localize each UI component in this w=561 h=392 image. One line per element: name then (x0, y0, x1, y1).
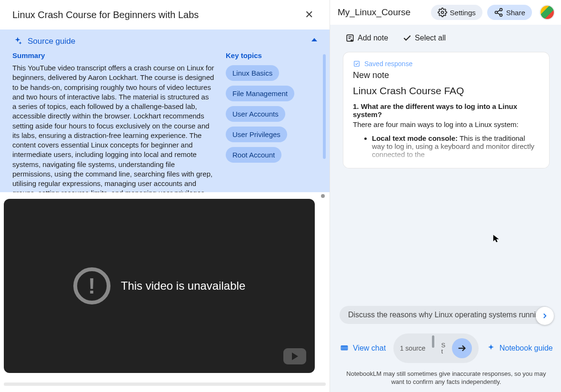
add-note-button[interactable]: Add note (345, 33, 388, 43)
right-panel: My_Linux_Course Settings Share Add note … (330, 0, 561, 392)
svg-point-2 (495, 11, 497, 14)
view-chat-label: View chat (353, 344, 386, 353)
suggestion-next-button[interactable] (536, 307, 554, 325)
saved-response-label: Saved response (364, 60, 412, 68)
svg-rect-14 (341, 349, 348, 349)
svg-rect-11 (354, 61, 360, 67)
add-note-icon (345, 33, 355, 43)
svg-point-3 (500, 14, 502, 16)
page-title: Linux Crash Course for Beginners with La… (12, 10, 199, 20)
svg-rect-12 (341, 345, 348, 350)
svg-rect-13 (341, 347, 348, 347)
source-count: 1 source (400, 344, 426, 352)
arrow-right-icon (457, 343, 467, 353)
cursor-icon (492, 234, 501, 243)
summary-text: This YouTube video transcript offers a c… (12, 63, 214, 192)
new-note-label: New note (353, 70, 540, 80)
source-guide-label: Source guide (28, 37, 75, 46)
topic-chip[interactable]: File Management (226, 86, 294, 101)
error-icon (73, 267, 110, 304)
summary-heading: Summary (12, 51, 214, 59)
avatar[interactable] (540, 5, 555, 20)
chevron-up-icon[interactable] (311, 38, 317, 41)
chat-icon (340, 343, 349, 353)
share-label: Share (506, 9, 525, 17)
settings-label: Settings (450, 9, 476, 17)
check-icon (402, 33, 412, 43)
svg-line-4 (497, 10, 500, 11)
view-chat-button[interactable]: View chat (340, 343, 386, 353)
sparkle-icon (12, 36, 23, 47)
share-button[interactable]: Share (487, 5, 532, 20)
notebook-guide-button[interactable]: Notebook guide (486, 343, 553, 353)
close-icon[interactable]: ✕ (301, 7, 317, 23)
gear-icon (438, 8, 447, 17)
share-icon (494, 8, 503, 17)
key-topics-heading: Key topics (226, 51, 317, 59)
topic-chip[interactable]: Root Account (226, 147, 281, 163)
scrollbar[interactable] (432, 335, 434, 348)
topic-chip[interactable]: User Privileges (226, 127, 287, 142)
scrollbar[interactable] (4, 382, 326, 386)
prompt-fragment: S t (441, 342, 445, 354)
chevron-right-icon (541, 312, 549, 320)
source-guide-section: Source guide Summary This YouTube video … (0, 29, 330, 192)
note-question: 1. What are the different ways to log in… (353, 102, 540, 118)
saved-response-icon (353, 60, 361, 68)
video-error-text: This video is unavailable (121, 279, 245, 293)
settings-button[interactable]: Settings (431, 5, 482, 20)
note-card[interactable]: Saved response New note Linux Crash Cour… (343, 52, 549, 168)
note-heading: Linux Crash Course FAQ (353, 85, 540, 97)
right-header: My_Linux_Course Settings Share (330, 0, 561, 25)
notebook-guide-label: Notebook guide (500, 344, 553, 353)
svg-point-1 (500, 9, 502, 11)
video-player[interactable]: This video is unavailable (4, 199, 315, 373)
youtube-icon[interactable] (283, 348, 306, 364)
svg-point-0 (441, 11, 443, 14)
notebook-title[interactable]: My_Linux_Course (338, 7, 411, 18)
note-intro: There are four main ways to log into a L… (353, 120, 540, 128)
left-panel: Linux Crash Course for Beginners with La… (0, 0, 330, 392)
sparkle-icon (486, 343, 496, 353)
left-header: Linux Crash Course for Beginners with La… (0, 0, 330, 29)
compose-bar[interactable]: 1 source S t (393, 333, 479, 363)
send-button[interactable] (452, 338, 472, 358)
select-all-label: Select all (415, 34, 446, 42)
scrollbar[interactable] (323, 54, 326, 159)
add-note-label: Add note (358, 34, 388, 42)
select-all-button[interactable]: Select all (402, 33, 446, 43)
svg-line-5 (497, 13, 500, 14)
suggestion-chip[interactable]: Discuss the reasons why Linux operating … (340, 306, 553, 324)
status-dot (321, 194, 325, 198)
topic-chip[interactable]: Linux Basics (226, 65, 279, 81)
topic-chip[interactable]: User Accounts (226, 106, 285, 122)
disclaimer-text: NotebookLM may still sometimes give inac… (340, 370, 553, 386)
